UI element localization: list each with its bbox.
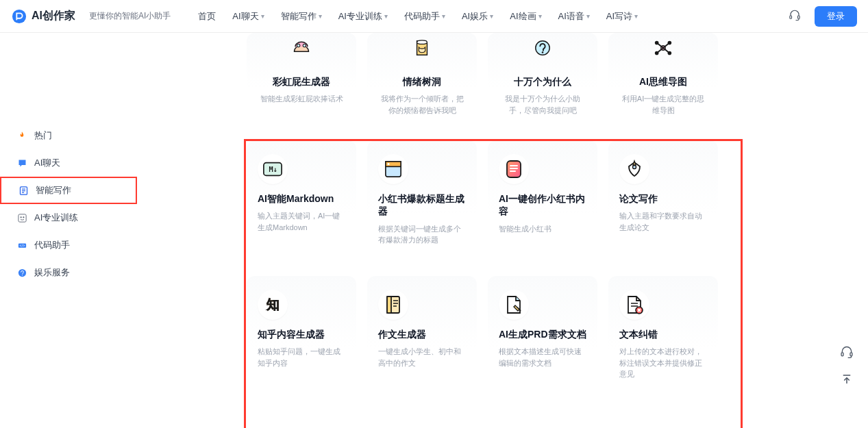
login-button[interactable]: 登录 xyxy=(815,6,857,27)
sidebar-label: 热门 xyxy=(34,129,52,142)
chevron-down-icon: ▾ xyxy=(384,12,388,20)
card-1-0[interactable]: M↓ AI智能Markdown 输入主题关键词，AI一键生成Markdown xyxy=(247,140,356,264)
card-2-3[interactable]: 文本纠错 对上传的文本进行校对，标注错误文本并提供修正意见 xyxy=(608,276,718,399)
chevron-down-icon: ▾ xyxy=(538,12,542,20)
nav-label: AI娱乐 xyxy=(462,10,488,23)
chevron-down-icon: ▾ xyxy=(319,12,322,20)
float-actions xyxy=(839,344,854,387)
svg-point-5 xyxy=(20,216,21,218)
sidebar-label: AI专业训练 xyxy=(34,212,78,224)
card-row-0: 彩虹屁生成器 智能生成彩虹屁吹捧话术 情绪树洞 我将作为一个倾听者，把你的烦恼都… xyxy=(137,33,868,128)
sidebar-icon xyxy=(16,130,27,141)
chevron-down-icon: ▾ xyxy=(442,12,445,20)
nav-label: 首页 xyxy=(198,10,216,23)
svg-rect-1 xyxy=(790,15,792,18)
svg-rect-30 xyxy=(387,297,391,313)
sidebar-label: 智能写作 xyxy=(36,184,71,197)
card-title: 小红书爆款标题生成器 xyxy=(378,192,466,217)
card-1-1[interactable]: 小红书爆款标题生成器 根据关键词一键生成多个有爆款潜力的标题 xyxy=(367,140,477,264)
card-desc: 我将作为一个倾听者，把你的烦恼都告诉我吧 xyxy=(378,93,466,116)
logo[interactable]: AI创作家 xyxy=(11,8,75,25)
card-desc: 一键生成小学生、初中和高中的作文 xyxy=(378,346,466,368)
card-desc: 智能生成小红书 xyxy=(499,223,551,235)
card-2-1[interactable]: 作文生成器 一键生成小学生、初中和高中的作文 xyxy=(367,276,477,399)
sidebar-item-2[interactable]: 智能写作 xyxy=(0,177,137,204)
sidebar-icon xyxy=(16,267,27,278)
chevron-down-icon: ▾ xyxy=(261,12,264,20)
card-0-1[interactable]: 情绪树洞 我将作为一个倾听者，把你的烦恼都告诉我吧 xyxy=(367,33,477,128)
svg-text:知: 知 xyxy=(266,297,280,312)
card-row-1: M↓ AI智能Markdown 输入主题关键词，AI一键生成Markdown 小… xyxy=(137,140,868,264)
svg-text:M↓: M↓ xyxy=(269,165,277,173)
card-icon xyxy=(286,33,317,63)
svg-point-12 xyxy=(303,44,306,47)
nav-label: AI写诗 xyxy=(606,10,632,23)
card-2-0[interactable]: 知 知乎内容生成器 粘贴知乎问题，一键生成知乎内容 xyxy=(247,276,356,399)
card-desc: 根据关键词一键生成多个有爆款潜力的标题 xyxy=(378,223,466,246)
card-icon xyxy=(378,154,408,184)
card-0-2[interactable]: 十万个为什么 我是十万个为什么小助手，尽管向我提问吧 xyxy=(488,33,597,128)
sidebar-label: AI聊天 xyxy=(34,157,60,169)
card-title: 情绪树洞 xyxy=(403,75,441,88)
svg-text:</>: </> xyxy=(19,244,25,247)
svg-point-9 xyxy=(18,268,25,276)
card-title: 文本纠错 xyxy=(619,328,658,340)
nav-label: AI绘画 xyxy=(510,10,536,23)
chevron-down-icon: ▾ xyxy=(490,12,493,20)
content-area: 彩虹屁生成器 智能生成彩虹屁吹捧话术 情绪树洞 我将作为一个倾听者，把你的烦恼都… xyxy=(137,33,868,428)
support-icon[interactable] xyxy=(789,9,801,24)
scroll-top-icon[interactable] xyxy=(839,372,854,387)
card-desc: 利用AI一键生成完整的思维导图 xyxy=(619,93,707,116)
card-desc: 输入主题和字数要求自动生成论文 xyxy=(619,210,707,233)
sidebar-label: 娱乐服务 xyxy=(34,266,70,279)
nav-label: 代码助手 xyxy=(404,10,440,23)
card-title: AI思维导图 xyxy=(639,75,687,88)
sidebar-item-0[interactable]: 热门 xyxy=(0,122,137,149)
card-icon xyxy=(648,33,678,63)
card-icon: M↓ xyxy=(258,154,288,184)
nav-item-4[interactable]: 代码助手▾ xyxy=(404,10,445,23)
svg-rect-25 xyxy=(388,163,390,165)
nav-item-7[interactable]: AI语音▾ xyxy=(558,10,590,23)
nav-item-3[interactable]: AI专业训练▾ xyxy=(338,10,388,23)
card-0-0[interactable]: 彩虹屁生成器 智能生成彩虹屁吹捧话术 xyxy=(247,33,356,128)
card-desc: 我是十万个为什么小助手，尽管向我提问吧 xyxy=(499,93,586,116)
sidebar: 热门AI聊天智能写作AI专业训练</>代码助手娱乐服务 xyxy=(0,33,137,428)
card-desc: 智能生成彩虹屁吹捧话术 xyxy=(260,93,343,105)
card-2-2[interactable]: AI生成PRD需求文档 根据文本描述生成可快速编辑的需求文档 xyxy=(488,276,597,399)
nav-item-5[interactable]: AI娱乐▾ xyxy=(462,10,493,23)
top-nav-bar: AI创作家 更懂你的智能AI小助手 首页AI聊天▾智能写作▾AI专业训练▾代码助… xyxy=(0,0,868,33)
card-1-2[interactable]: AI一键创作小红书内容 智能生成小红书 xyxy=(488,140,597,264)
sidebar-label: 代码助手 xyxy=(34,239,70,251)
chevron-down-icon: ▾ xyxy=(634,12,638,20)
nav-item-8[interactable]: AI写诗▾ xyxy=(606,10,638,23)
nav-item-1[interactable]: AI聊天▾ xyxy=(232,10,264,23)
card-desc: 输入主题关键词，AI一键生成Markdown xyxy=(258,210,345,233)
card-desc: 粘贴知乎问题，一键生成知乎内容 xyxy=(258,346,345,368)
sidebar-icon xyxy=(16,212,27,223)
svg-rect-33 xyxy=(850,353,852,356)
card-title: 作文生成器 xyxy=(378,328,426,340)
card-icon xyxy=(378,290,408,320)
card-0-3[interactable]: AI思维导图 利用AI一键生成完整的思维导图 xyxy=(608,33,718,128)
nav-label: AI专业训练 xyxy=(338,10,382,23)
card-desc: 根据文本描述生成可快速编辑的需求文档 xyxy=(499,346,586,368)
nav-label: 智能写作 xyxy=(281,10,317,23)
svg-rect-2 xyxy=(798,15,800,18)
card-row-2: 知 知乎内容生成器 粘贴知乎问题，一键生成知乎内容 作文生成器 一键生成小学生、… xyxy=(137,276,868,399)
nav-item-6[interactable]: AI绘画▾ xyxy=(510,10,541,23)
float-support-icon[interactable] xyxy=(839,344,854,360)
sidebar-item-5[interactable]: 娱乐服务 xyxy=(0,259,137,286)
nav-item-0[interactable]: 首页 xyxy=(198,10,216,23)
sidebar-item-4[interactable]: </>代码助手 xyxy=(0,231,137,259)
card-icon xyxy=(619,154,649,184)
sidebar-icon: </> xyxy=(16,240,27,251)
sidebar-icon xyxy=(18,185,29,196)
nav-label: AI语音 xyxy=(558,10,584,23)
sidebar-item-1[interactable]: AI聊天 xyxy=(0,149,137,177)
sidebar-item-3[interactable]: AI专业训练 xyxy=(0,204,137,231)
nav-item-2[interactable]: 智能写作▾ xyxy=(281,10,322,23)
sidebar-icon xyxy=(16,158,27,168)
card-1-3[interactable]: 论文写作 输入主题和字数要求自动生成论文 xyxy=(608,140,718,264)
brand-name: AI创作家 xyxy=(32,9,75,23)
